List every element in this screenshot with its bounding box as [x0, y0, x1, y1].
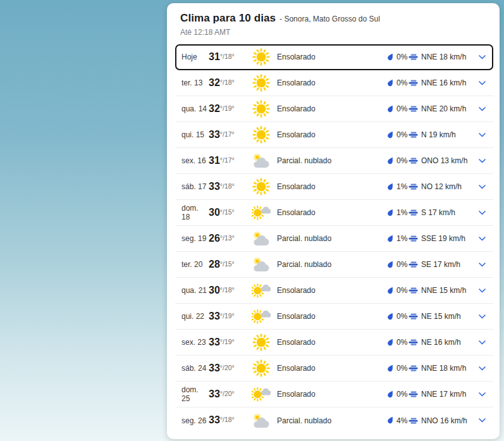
precipitation: 0% — [387, 338, 409, 347]
high-temp: 32 — [209, 78, 220, 89]
day-label: Hoje — [181, 53, 209, 61]
forecast-row[interactable]: dom. 25 33 °/20° Ensolarado 0% NNE 17 km… — [175, 382, 493, 407]
updated-timestamp: Até 12:18 AMT — [180, 28, 493, 37]
wind-value: NNE 15 km/h — [421, 286, 466, 295]
wind-value: NE 16 km/h — [421, 338, 461, 347]
forecast-row[interactable]: ter. 20 28 °/15° Parcial. nublado 0% SE … — [175, 252, 493, 278]
chevron-down-icon[interactable] — [474, 416, 487, 425]
chevron-down-icon[interactable] — [474, 234, 487, 244]
low-temp: °/18° — [220, 285, 235, 294]
droplet-icon — [387, 131, 394, 139]
high-temp: 33 — [209, 337, 220, 348]
chevron-down-icon[interactable] — [474, 338, 487, 347]
precipitation: 0% — [387, 78, 409, 87]
condition-label: Ensolarado — [277, 390, 387, 399]
precip-value: 0% — [396, 130, 407, 139]
precip-value: 4% — [396, 416, 407, 425]
day-label: sex. 23 — [181, 338, 209, 347]
chevron-down-icon[interactable] — [474, 130, 487, 140]
condition-label: Parcial. nublado — [277, 416, 387, 425]
chevron-down-icon[interactable] — [474, 312, 487, 321]
chevron-down-icon[interactable] — [474, 182, 487, 192]
forecast-row[interactable]: ter. 13 32 °/18° Ensolarado 0% NNE 16 km… — [175, 70, 493, 96]
wind: NNE 17 km/h — [409, 390, 474, 399]
wind: NE 15 km/h — [409, 312, 474, 321]
precip-value: 1% — [396, 208, 407, 217]
wind-icon — [409, 234, 418, 243]
wind-value: NE 15 km/h — [421, 312, 461, 321]
temperature: 33 °/20° — [209, 389, 252, 400]
forecast-row[interactable]: qui. 15 33 °/17° Ensolarado 0% N 19 km/h — [175, 122, 493, 148]
chevron-down-icon[interactable] — [474, 208, 487, 218]
forecast-row[interactable]: sex. 23 33 °/19° Ensolarado 0% NE 16 km/… — [175, 330, 493, 356]
precipitation: 4% — [387, 416, 409, 425]
precipitation: 0% — [387, 312, 409, 321]
droplet-icon — [387, 105, 394, 113]
temperature: 33 °/18° — [209, 415, 252, 426]
forecast-row[interactable]: sex. 16 31 °/17° Parcial. nublado 0% ONO… — [175, 148, 493, 174]
condition-label: Parcial. nublado — [277, 260, 387, 269]
low-temp: °/17° — [220, 156, 235, 165]
chevron-down-icon[interactable] — [474, 104, 487, 114]
wind: NE 16 km/h — [409, 338, 474, 347]
wind-icon — [409, 286, 418, 295]
precipitation: 1% — [387, 208, 409, 217]
high-temp: 33 — [209, 363, 220, 374]
wind: SSE 19 km/h — [409, 234, 474, 243]
wind-value: NO 12 km/h — [421, 182, 462, 191]
day-label: qua. 21 — [181, 286, 209, 295]
high-temp: 28 — [209, 259, 220, 270]
high-temp: 26 — [209, 233, 220, 244]
wind-icon — [409, 130, 418, 139]
high-temp: 30 — [209, 285, 220, 296]
chevron-down-icon[interactable] — [474, 286, 487, 295]
droplet-icon — [387, 79, 394, 87]
chevron-down-icon[interactable] — [474, 156, 487, 166]
chevron-down-icon[interactable] — [474, 53, 487, 62]
mostly-sunny-icon — [252, 204, 277, 221]
precipitation: 0% — [387, 286, 409, 295]
sunny-icon — [252, 359, 277, 378]
high-temp: 33 — [209, 415, 220, 426]
wind-value: S 17 km/h — [421, 208, 455, 217]
wind-icon — [409, 312, 418, 321]
forecast-row[interactable]: seg. 19 26 °/13° Parcial. nublado 1% SSE… — [175, 226, 493, 252]
forecast-row[interactable]: qui. 22 33 °/19° Ensolarado 0% NE 15 km/… — [175, 304, 493, 330]
high-temp: 33 — [209, 389, 220, 400]
forecast-row[interactable]: Hoje 31 °/18° Ensolarado 0% NNE 18 km/h — [175, 44, 493, 70]
forecast-row[interactable]: dom. 18 30 °/15° Ensolarado 1% S 17 km/h — [175, 200, 493, 226]
chevron-down-icon[interactable] — [474, 390, 487, 399]
forecast-row[interactable]: qua. 21 30 °/18° Ensolarado 0% NNE 15 km… — [175, 278, 493, 304]
forecast-row[interactable]: qua. 14 32 °/19° Ensolarado 0% NNE 20 km… — [175, 96, 493, 122]
droplet-icon — [387, 53, 394, 61]
high-temp: 33 — [209, 130, 220, 140]
wind: SE 17 km/h — [409, 260, 474, 269]
precipitation: 1% — [387, 234, 409, 243]
day-label: seg. 19 — [181, 234, 209, 243]
condition-label: Ensolarado — [277, 104, 387, 113]
wind-value: NNE 16 km/h — [421, 78, 466, 87]
day-label: sáb. 24 — [181, 364, 209, 373]
forecast-row[interactable]: sáb. 17 33 °/18° Ensolarado 1% NO 12 km/… — [175, 174, 493, 200]
partly-cloudy-icon — [252, 230, 277, 247]
chevron-down-icon[interactable] — [474, 260, 487, 270]
low-temp: °/18° — [220, 182, 235, 190]
droplet-icon — [387, 209, 394, 217]
chevron-down-icon[interactable] — [474, 364, 487, 373]
sunny-icon — [252, 73, 277, 92]
wind: NNE 15 km/h — [409, 286, 474, 295]
low-temp: °/17° — [220, 130, 235, 139]
low-temp: °/18° — [220, 52, 235, 61]
chevron-down-icon[interactable] — [474, 78, 487, 88]
droplet-icon — [387, 416, 394, 425]
wind-value: SE 17 km/h — [421, 260, 460, 269]
card-header: Clima para 10 dias - Sonora, Mato Grosso… — [180, 12, 493, 25]
condition-label: Ensolarado — [277, 286, 387, 295]
forecast-row[interactable]: sáb. 24 33 °/20° Ensolarado 0% NNE 18 km… — [175, 356, 493, 382]
forecast-row[interactable]: seg. 26 33 °/18° Parcial. nublado 4% NNO… — [175, 407, 493, 433]
low-temp: °/19° — [220, 311, 235, 320]
droplet-icon — [387, 339, 394, 347]
precip-value: 0% — [396, 364, 407, 373]
mostly-sunny-icon — [252, 282, 277, 299]
sunny-icon — [252, 177, 277, 196]
